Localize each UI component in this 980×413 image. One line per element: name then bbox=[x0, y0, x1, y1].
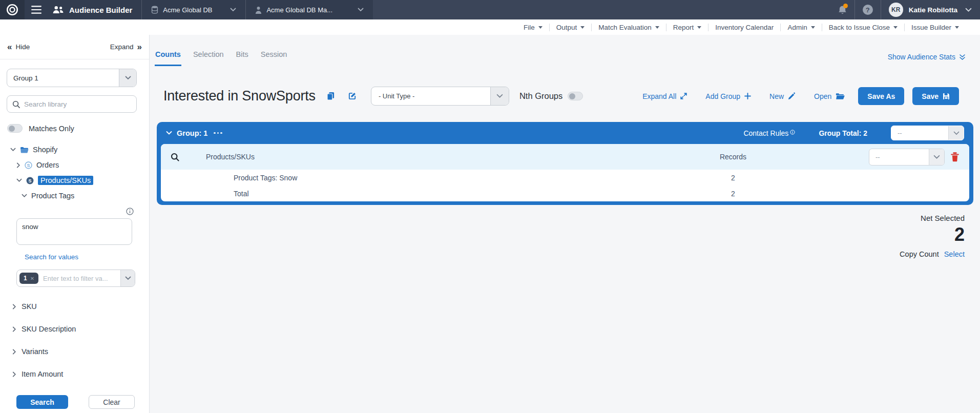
group-logic-select[interactable]: -- bbox=[891, 126, 964, 140]
chevron-right-icon bbox=[12, 304, 16, 309]
hamburger-menu-button[interactable] bbox=[25, 0, 48, 19]
audience-actions: Expand All Add Group New Open bbox=[642, 92, 845, 100]
search-button[interactable]: Search bbox=[16, 395, 68, 409]
field-sku-description[interactable]: SKU Description bbox=[0, 318, 149, 340]
user-menu-chevron-icon[interactable] bbox=[965, 8, 972, 12]
main-content: Counts Selection Bits Session Show Audie… bbox=[150, 35, 980, 413]
hide-sidebar-button[interactable]: « Hide bbox=[7, 43, 30, 51]
matches-only-label: Matches Only bbox=[29, 125, 74, 133]
caret-down-icon bbox=[697, 26, 701, 31]
save-button[interactable]: Save bbox=[912, 87, 959, 105]
new-audience-link[interactable]: New bbox=[769, 92, 796, 100]
group-panel-header: Group: 1 Contact Rules Group Total: 2 -- bbox=[161, 122, 969, 144]
criteria-total-row: Total 2 bbox=[161, 185, 969, 201]
add-group-link[interactable]: Add Group bbox=[705, 92, 751, 100]
value-search-textarea[interactable]: snow bbox=[16, 218, 132, 245]
field-label: Variants bbox=[22, 347, 48, 356]
show-audience-stats-link[interactable]: Show Audience Stats bbox=[888, 53, 966, 66]
caret-down-icon bbox=[580, 26, 585, 31]
chevron-down-icon bbox=[490, 87, 509, 105]
menu-back-to-issue-close[interactable]: Back to Issue Close bbox=[822, 24, 904, 31]
open-audience-link[interactable]: Open bbox=[814, 92, 845, 100]
group-total: Group Total: 2 bbox=[819, 129, 867, 137]
group-select[interactable]: Group 1 bbox=[7, 69, 137, 87]
sidebar-actions: Search Clear bbox=[16, 395, 135, 409]
contact-rules-link[interactable]: Contact Rules bbox=[743, 129, 795, 137]
caret-down-icon bbox=[893, 26, 898, 31]
menu-issue-builder[interactable]: Issue Builder bbox=[905, 24, 966, 31]
field-item-amount[interactable]: Item Amount bbox=[0, 363, 149, 385]
selection-summary: Net Selected 2 Copy Count Select bbox=[900, 214, 965, 258]
tab-strip: Counts Selection Bits Session Show Audie… bbox=[150, 35, 980, 66]
database-selector[interactable]: Acme Global DB bbox=[142, 0, 245, 19]
criteria-row-records: 2 bbox=[692, 190, 774, 198]
expand-all-link[interactable]: Expand All bbox=[642, 92, 687, 100]
criteria-row[interactable]: Product Tags: Snow 2 bbox=[161, 170, 969, 185]
tab-selection[interactable]: Selection bbox=[193, 48, 224, 66]
menu-output[interactable]: Output bbox=[550, 24, 592, 31]
matches-only-toggle[interactable] bbox=[7, 124, 23, 133]
mapping-selector[interactable]: Acme Global DB Ma... bbox=[246, 0, 373, 19]
criteria-search-icon[interactable] bbox=[161, 153, 189, 161]
search-for-values-link[interactable]: Search for values bbox=[25, 253, 78, 261]
copy-count-select-link[interactable]: Select bbox=[944, 250, 965, 258]
tab-bits[interactable]: Bits bbox=[236, 48, 249, 66]
save-as-button[interactable]: Save As bbox=[858, 87, 904, 105]
tree-item-product-tags[interactable]: Product Tags bbox=[0, 188, 149, 203]
group-title: Group: 1 bbox=[177, 129, 207, 137]
plus-icon bbox=[744, 93, 751, 99]
copy-audience-button[interactable] bbox=[327, 92, 335, 100]
copy-icon bbox=[327, 92, 335, 100]
menu-report[interactable]: Report bbox=[666, 24, 708, 31]
notifications-button[interactable] bbox=[838, 5, 847, 15]
filter-values-input: 1 ✕ bbox=[16, 270, 135, 287]
chevron-down-icon bbox=[119, 69, 136, 87]
app-logo[interactable] bbox=[0, 0, 25, 19]
tree-item-label: Orders bbox=[36, 161, 59, 169]
tree-item-orders[interactable]: S Orders bbox=[0, 157, 149, 173]
group-options-icon[interactable] bbox=[214, 132, 222, 134]
field-label: Item Amount bbox=[22, 370, 63, 378]
criteria-row-records: 2 bbox=[692, 174, 774, 182]
tree-item-products-skus[interactable]: S Products/SKUs bbox=[0, 173, 149, 188]
expand-all-icon bbox=[680, 93, 687, 99]
double-chevron-left-icon: « bbox=[7, 43, 12, 51]
criteria-logic-select[interactable]: -- bbox=[869, 149, 945, 166]
database-name: Acme Global DB bbox=[163, 6, 212, 14]
user-icon bbox=[255, 6, 262, 14]
field-sku[interactable]: SKU bbox=[0, 295, 149, 318]
chevron-down-icon bbox=[16, 178, 22, 182]
svg-text:S: S bbox=[29, 178, 32, 183]
nth-groups-toggle[interactable] bbox=[568, 92, 583, 100]
collapse-group-chevron-icon[interactable] bbox=[166, 131, 172, 135]
remove-chip-icon[interactable]: ✕ bbox=[30, 276, 34, 281]
library-search-input[interactable] bbox=[24, 100, 131, 108]
menu-file[interactable]: File bbox=[517, 24, 549, 31]
criteria-header-row: Products/SKUs Records -- bbox=[161, 144, 969, 170]
unit-type-select[interactable]: - Unit Type - bbox=[371, 87, 509, 106]
delete-criteria-button[interactable] bbox=[951, 152, 959, 162]
clear-button[interactable]: Clear bbox=[89, 395, 135, 409]
edit-title-button[interactable] bbox=[348, 92, 357, 100]
user-name: Katie Robilotta bbox=[909, 6, 957, 14]
tab-session[interactable]: Session bbox=[260, 48, 288, 66]
caret-down-icon bbox=[655, 26, 659, 31]
mapping-name: Acme Global DB Ma... bbox=[266, 6, 332, 14]
filter-chip: 1 ✕ bbox=[19, 273, 38, 284]
menu-match-evaluation[interactable]: Match Evaluation bbox=[592, 24, 666, 31]
help-button[interactable]: ? bbox=[863, 5, 873, 15]
topbar-divider bbox=[881, 0, 881, 19]
expand-sidebar-button[interactable]: Expand » bbox=[110, 43, 142, 51]
chevron-down-icon[interactable] bbox=[120, 270, 135, 286]
group-criteria-card: Products/SKUs Records -- Product Tags: S… bbox=[161, 144, 969, 201]
filter-text-input[interactable] bbox=[43, 275, 120, 282]
notification-badge bbox=[843, 4, 848, 8]
info-icon[interactable] bbox=[126, 208, 134, 215]
menu-inventory-calendar[interactable]: Inventory Calendar bbox=[708, 24, 780, 31]
menu-admin[interactable]: Admin bbox=[781, 24, 821, 31]
unit-type-value: - Unit Type - bbox=[371, 92, 490, 100]
tree-item-shopify[interactable]: Shopify bbox=[0, 142, 149, 157]
library-sidebar: « Hide Expand » Group 1 Matches Only bbox=[0, 35, 150, 413]
tab-counts[interactable]: Counts bbox=[155, 48, 181, 66]
field-variants[interactable]: Variants bbox=[0, 340, 149, 363]
